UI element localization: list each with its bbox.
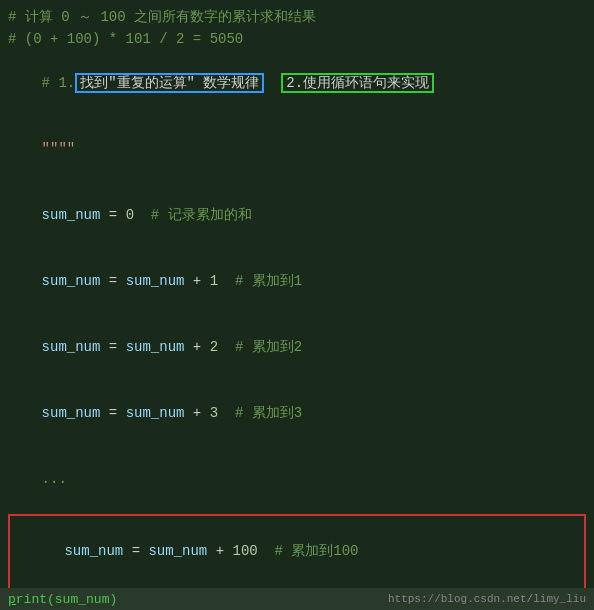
step-line: # 1.找到"重复的运算" 数学规律 2.使用循环语句来实现 bbox=[8, 50, 586, 116]
code-line-sum0: sum_num = 0 # 记录累加的和 bbox=[8, 182, 586, 248]
code-container: # 计算 0 ～ 100 之间所有数字的累计求和结果 # (0 + 100) *… bbox=[0, 0, 594, 610]
red-line1: sum_num = sum_num + 100 # 累加到100 bbox=[14, 518, 580, 584]
docstring-open: """" bbox=[8, 116, 586, 182]
code-line-sum3: sum_num = sum_num + 3 # 累加到3 bbox=[8, 380, 586, 446]
ellipsis-line: ... bbox=[8, 446, 586, 512]
print-p: p bbox=[8, 592, 16, 607]
code-line-sum1: sum_num = sum_num + 1 # 累加到1 bbox=[8, 248, 586, 314]
print-line: print(sum_num) bbox=[8, 592, 117, 607]
step2-box: 2.使用循环语句来实现 bbox=[281, 73, 434, 93]
comment-line-1: # 计算 0 ～ 100 之间所有数字的累计求和结果 bbox=[8, 6, 586, 28]
step-prefix: # 1. bbox=[42, 75, 76, 91]
comment-line-2: # (0 + 100) * 101 / 2 = 5050 bbox=[8, 28, 586, 50]
step1-box: 找到"重复的运算" 数学规律 bbox=[75, 73, 264, 93]
website-url: https://blog.csdn.net/limy_liu bbox=[388, 593, 586, 605]
step-space bbox=[264, 75, 281, 91]
print-rest: rint(sum_num) bbox=[16, 592, 117, 607]
bottom-bar: print(sum_num) https://blog.csdn.net/lim… bbox=[0, 588, 594, 610]
code-line-sum2: sum_num = sum_num + 2 # 累加到2 bbox=[8, 314, 586, 380]
